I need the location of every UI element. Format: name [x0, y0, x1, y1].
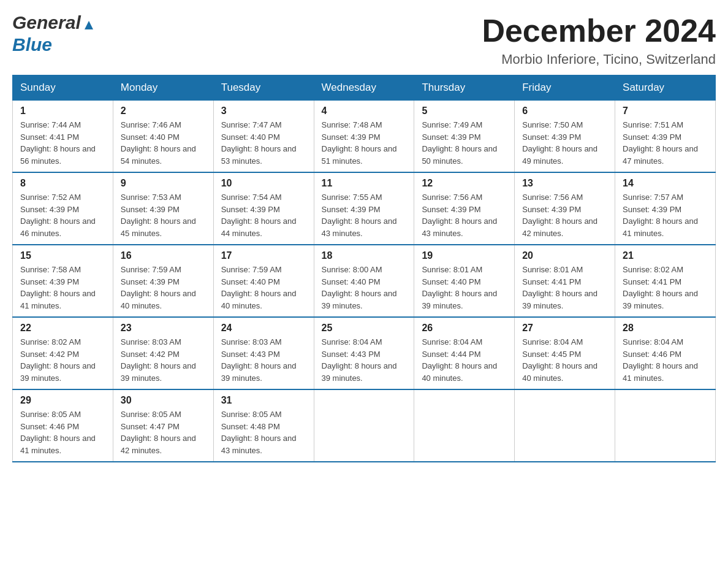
- sunset-label: Sunset: 4:42 PM: [121, 350, 180, 359]
- day-info: Sunrise: 7:56 AM Sunset: 4:39 PM Dayligh…: [422, 191, 507, 239]
- sunset-label: Sunset: 4:40 PM: [121, 132, 180, 142]
- day-number: 30: [121, 395, 206, 406]
- calendar-cell: 24 Sunrise: 8:03 AM Sunset: 4:43 PM Dayl…: [213, 317, 314, 389]
- day-number: 6: [522, 105, 607, 117]
- day-number: 31: [221, 395, 306, 406]
- day-info: Sunrise: 8:04 AM Sunset: 4:45 PM Dayligh…: [522, 336, 607, 384]
- col-sunday: Sunday: [13, 75, 113, 101]
- daylight-label: Daylight: 8 hours and 49 minutes.: [522, 144, 597, 166]
- day-number: 1: [20, 105, 105, 117]
- daylight-label: Daylight: 8 hours and 39 minutes.: [322, 289, 397, 310]
- sunrise-label: Sunrise: 7:53 AM: [121, 193, 181, 202]
- sunset-label: Sunset: 4:44 PM: [422, 350, 480, 359]
- day-number: 26: [422, 323, 507, 334]
- month-title: December 2024: [482, 12, 716, 49]
- calendar-cell: 25 Sunrise: 8:04 AM Sunset: 4:43 PM Dayl…: [314, 317, 414, 389]
- day-info: Sunrise: 8:05 AM Sunset: 4:46 PM Dayligh…: [20, 408, 105, 456]
- calendar-cell: 3 Sunrise: 7:47 AM Sunset: 4:40 PM Dayli…: [213, 101, 314, 173]
- day-info: Sunrise: 7:56 AM Sunset: 4:39 PM Dayligh…: [522, 191, 607, 239]
- day-info: Sunrise: 7:49 AM Sunset: 4:39 PM Dayligh…: [422, 119, 507, 167]
- calendar-cell: 30 Sunrise: 8:05 AM Sunset: 4:47 PM Dayl…: [113, 389, 213, 462]
- sunrise-label: Sunrise: 8:01 AM: [522, 265, 583, 274]
- day-info: Sunrise: 7:44 AM Sunset: 4:41 PM Dayligh…: [20, 119, 105, 167]
- sunrise-label: Sunrise: 7:56 AM: [522, 193, 583, 202]
- day-number: 10: [221, 178, 306, 189]
- sunrise-label: Sunrise: 8:02 AM: [20, 337, 81, 347]
- day-info: Sunrise: 7:54 AM Sunset: 4:39 PM Dayligh…: [221, 191, 306, 239]
- sunset-label: Sunset: 4:41 PM: [522, 277, 581, 286]
- day-number: 2: [121, 105, 206, 117]
- day-number: 22: [20, 323, 105, 334]
- sunrise-label: Sunrise: 8:03 AM: [121, 337, 181, 347]
- daylight-label: Daylight: 8 hours and 40 minutes.: [522, 361, 597, 383]
- day-number: 27: [522, 323, 607, 334]
- calendar-week-row: 29 Sunrise: 8:05 AM Sunset: 4:46 PM Dayl…: [13, 389, 716, 462]
- sunset-label: Sunset: 4:39 PM: [522, 205, 581, 214]
- day-info: Sunrise: 7:53 AM Sunset: 4:39 PM Dayligh…: [121, 191, 206, 239]
- sunset-label: Sunset: 4:39 PM: [422, 205, 480, 214]
- day-info: Sunrise: 7:47 AM Sunset: 4:40 PM Dayligh…: [221, 119, 306, 167]
- sunset-label: Sunset: 4:40 PM: [422, 277, 480, 286]
- sunrise-label: Sunrise: 8:05 AM: [20, 410, 81, 419]
- calendar-week-row: 1 Sunrise: 7:44 AM Sunset: 4:41 PM Dayli…: [13, 101, 716, 173]
- calendar-cell: 21 Sunrise: 8:02 AM Sunset: 4:41 PM Dayl…: [615, 245, 716, 317]
- logo-line2: Blue: [12, 34, 96, 55]
- day-info: Sunrise: 8:05 AM Sunset: 4:47 PM Dayligh…: [121, 408, 206, 456]
- calendar-cell: 12 Sunrise: 7:56 AM Sunset: 4:39 PM Dayl…: [414, 172, 515, 245]
- calendar-cell: 6 Sunrise: 7:50 AM Sunset: 4:39 PM Dayli…: [515, 101, 615, 173]
- sunset-label: Sunset: 4:40 PM: [221, 132, 280, 142]
- logo-line1: General: [12, 12, 96, 34]
- calendar-cell: 7 Sunrise: 7:51 AM Sunset: 4:39 PM Dayli…: [615, 101, 716, 173]
- sunset-label: Sunset: 4:39 PM: [20, 205, 79, 214]
- sunrise-label: Sunrise: 7:59 AM: [221, 265, 282, 274]
- calendar-cell: 13 Sunrise: 7:56 AM Sunset: 4:39 PM Dayl…: [515, 172, 615, 245]
- sunrise-label: Sunrise: 7:59 AM: [121, 265, 181, 274]
- daylight-label: Daylight: 8 hours and 40 minutes.: [121, 289, 196, 310]
- sunrise-label: Sunrise: 7:51 AM: [623, 120, 683, 129]
- day-info: Sunrise: 7:59 AM Sunset: 4:40 PM Dayligh…: [221, 264, 306, 312]
- sunrise-label: Sunrise: 7:46 AM: [121, 120, 181, 129]
- daylight-label: Daylight: 8 hours and 46 minutes.: [20, 216, 96, 238]
- calendar-cell: 20 Sunrise: 8:01 AM Sunset: 4:41 PM Dayl…: [515, 245, 615, 317]
- daylight-label: Daylight: 8 hours and 40 minutes.: [422, 361, 497, 383]
- title-section: December 2024 Morbio Inferiore, Ticino, …: [482, 12, 716, 67]
- day-info: Sunrise: 8:02 AM Sunset: 4:42 PM Dayligh…: [20, 336, 105, 384]
- calendar-cell: 9 Sunrise: 7:53 AM Sunset: 4:39 PM Dayli…: [113, 172, 213, 245]
- daylight-label: Daylight: 8 hours and 54 minutes.: [121, 144, 196, 166]
- day-number: 14: [623, 178, 708, 189]
- daylight-label: Daylight: 8 hours and 43 minutes.: [221, 434, 297, 455]
- sunset-label: Sunset: 4:45 PM: [522, 350, 581, 359]
- calendar-cell: 18 Sunrise: 8:00 AM Sunset: 4:40 PM Dayl…: [314, 245, 414, 317]
- sunrise-label: Sunrise: 7:49 AM: [422, 120, 482, 129]
- sunset-label: Sunset: 4:40 PM: [221, 277, 280, 286]
- sunset-label: Sunset: 4:42 PM: [20, 350, 79, 359]
- daylight-label: Daylight: 8 hours and 44 minutes.: [221, 216, 297, 238]
- calendar-cell: 26 Sunrise: 8:04 AM Sunset: 4:44 PM Dayl…: [414, 317, 515, 389]
- sunset-label: Sunset: 4:48 PM: [221, 422, 280, 431]
- day-info: Sunrise: 8:03 AM Sunset: 4:43 PM Dayligh…: [221, 336, 306, 384]
- calendar-cell: 19 Sunrise: 8:01 AM Sunset: 4:40 PM Dayl…: [414, 245, 515, 317]
- sunrise-label: Sunrise: 8:03 AM: [221, 337, 282, 347]
- day-number: 13: [522, 178, 607, 189]
- daylight-label: Daylight: 8 hours and 45 minutes.: [121, 216, 196, 238]
- calendar-week-row: 8 Sunrise: 7:52 AM Sunset: 4:39 PM Dayli…: [13, 172, 716, 245]
- calendar-table: Sunday Monday Tuesday Wednesday Thursday…: [12, 75, 716, 462]
- daylight-label: Daylight: 8 hours and 41 minutes.: [20, 289, 96, 310]
- sunset-label: Sunset: 4:39 PM: [322, 205, 381, 214]
- logo-text-blue: Blue: [12, 34, 52, 55]
- day-number: 4: [322, 105, 407, 117]
- daylight-label: Daylight: 8 hours and 42 minutes.: [522, 216, 597, 238]
- sunrise-label: Sunrise: 8:02 AM: [623, 265, 683, 274]
- day-info: Sunrise: 7:57 AM Sunset: 4:39 PM Dayligh…: [623, 191, 708, 239]
- calendar-cell: 11 Sunrise: 7:55 AM Sunset: 4:39 PM Dayl…: [314, 172, 414, 245]
- day-number: 20: [522, 250, 607, 261]
- daylight-label: Daylight: 8 hours and 39 minutes.: [121, 361, 196, 383]
- day-number: 28: [623, 323, 708, 334]
- sunrise-label: Sunrise: 7:50 AM: [522, 120, 583, 129]
- day-info: Sunrise: 7:55 AM Sunset: 4:39 PM Dayligh…: [322, 191, 407, 239]
- sunrise-label: Sunrise: 7:54 AM: [221, 193, 282, 202]
- daylight-label: Daylight: 8 hours and 53 minutes.: [221, 144, 297, 166]
- sunset-label: Sunset: 4:39 PM: [322, 132, 381, 142]
- day-number: 15: [20, 250, 105, 261]
- day-number: 16: [121, 250, 206, 261]
